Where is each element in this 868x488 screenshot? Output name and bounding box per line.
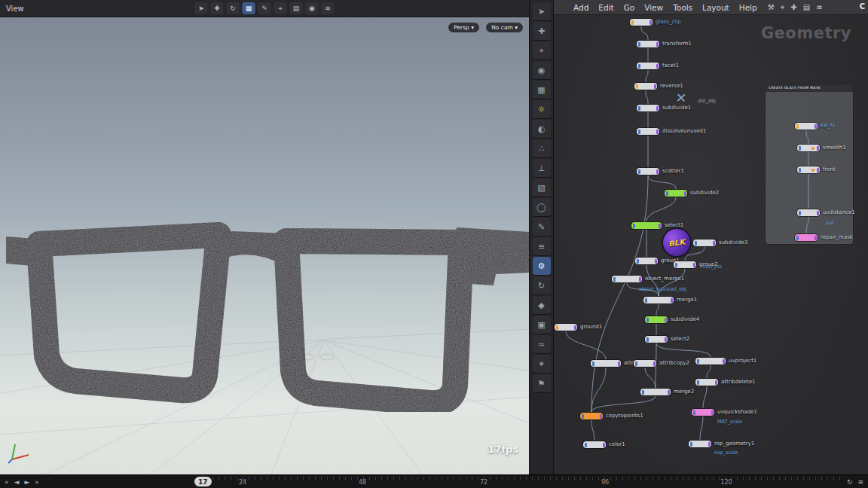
node-label: ground1 (580, 324, 602, 331)
menu-tools[interactable]: Tools (673, 3, 692, 12)
node-attribcopy2[interactable]: attribcopy2 (634, 360, 656, 367)
box-select-icon[interactable]: ▦ (243, 2, 255, 14)
menu-edit[interactable]: Edit (598, 3, 613, 12)
list-menu-icon[interactable]: ≡ (816, 3, 822, 12)
flag-display-icon[interactable]: ⚑ (533, 374, 551, 392)
frame-tick-label: 96 (601, 479, 609, 486)
viewport-side-toolbar: ➤✚⌖◉▦☼◐∴⊥▧◯✎≡⚙↻◆▣≈✶⚑ (529, 0, 554, 474)
star-display-icon[interactable]: ✶ (533, 355, 551, 373)
viewport-pane-label[interactable]: View (0, 5, 24, 13)
network-menubar: AddEditGoViewToolsLayoutHelp ⚒⌖✚▤≡ C (554, 0, 868, 15)
options-list-icon[interactable]: ≡ (533, 237, 551, 255)
node-merge1[interactable]: merge1 (643, 297, 674, 303)
node-smooth1[interactable]: smooth1 (797, 145, 820, 151)
node-transform1[interactable]: transform1 (637, 41, 659, 47)
node-label: merge1 (677, 297, 697, 303)
wrench-icon[interactable]: ⚒ (768, 3, 775, 12)
node-subdivide2[interactable]: subdivide2 (665, 190, 687, 197)
camera-select-dropdown[interactable]: No cam ▾ (486, 23, 523, 32)
node-uvquickshade1[interactable]: uvquickshade1 (692, 409, 714, 416)
points-display-icon[interactable]: ∴ (533, 139, 551, 157)
menu-layout[interactable]: Layout (702, 3, 729, 12)
node-group1[interactable]: group1 (635, 258, 658, 264)
play-icon[interactable]: ► (24, 478, 29, 486)
partial-pane-label: C (860, 2, 865, 11)
node-uvdistance1[interactable]: uvdistance1 (797, 209, 820, 216)
shaded-mode-icon[interactable]: ◐ (533, 120, 551, 138)
reload-icon[interactable]: ↻ (533, 276, 551, 294)
node-repair_mask[interactable]: repair_mask (795, 234, 818, 241)
node-attribdelete1[interactable]: attribdelete1 (695, 379, 718, 386)
snap-target-icon[interactable]: ⌖ (274, 2, 287, 14)
settings-gear-icon[interactable]: ⚙ (533, 257, 551, 275)
node-subdivide4[interactable]: subdivide4 (645, 316, 668, 323)
grid-view-icon[interactable]: ▤ (803, 3, 810, 12)
node-reverse1[interactable]: reverse1 (634, 83, 657, 90)
node-subdivide1[interactable]: subdivide1 (637, 105, 659, 111)
node-object_merge1[interactable]: object_merge1 (612, 276, 642, 282)
node-select2[interactable]: select2 (645, 336, 668, 343)
move-tool-icon[interactable]: ✚ (533, 22, 551, 40)
node-color1[interactable]: color1 (583, 441, 606, 448)
viewport-toolbar: ➤✚↻▦✎⌖▤◉≡ (195, 2, 335, 14)
fast-forward-icon[interactable]: » (35, 478, 39, 486)
node-subdivide3[interactable]: subdivide3 (693, 239, 716, 246)
playbar-menu-icon[interactable]: ≡ (857, 478, 863, 486)
panel-display-icon[interactable]: ▣ (533, 316, 551, 334)
node-copytopoints1[interactable]: copytopoints1 (580, 413, 603, 419)
node-ground1[interactable]: ground1 (555, 324, 577, 331)
frame-tick-label: 24 (239, 479, 246, 486)
node-kb_fx[interactable]: KB_fx (795, 123, 818, 130)
node-front[interactable]: front (797, 166, 820, 173)
node-label: KB_fx (821, 123, 836, 130)
step-back-icon[interactable]: ◄ (14, 478, 20, 486)
visibility-eye-icon[interactable]: ◉ (533, 61, 551, 79)
frame-tick-label: 120 (720, 479, 732, 486)
geometry-box-icon[interactable]: ▧ (533, 178, 551, 197)
menu-view[interactable]: View (644, 3, 663, 12)
keyframe-icon[interactable]: ◆ (533, 296, 551, 314)
grid-snap-icon[interactable]: ▦ (533, 81, 551, 99)
node-select1[interactable]: select1 (631, 222, 662, 229)
network-box[interactable]: CREATE GLASS FROM MASK (766, 84, 853, 244)
edit-pen-icon[interactable]: ✎ (533, 218, 551, 236)
wave-display-icon[interactable]: ≈ (533, 335, 551, 353)
sphere-display-icon[interactable]: ◯ (533, 198, 551, 216)
add-node-icon[interactable]: ✚ (790, 3, 796, 12)
handle-target-icon[interactable]: ⌖ (533, 41, 551, 59)
node-label: transform1 (662, 41, 692, 47)
select-tool-icon[interactable]: ➤ (533, 2, 551, 20)
node-label: select2 (671, 336, 689, 343)
current-frame-indicator[interactable]: 17 (194, 477, 212, 486)
axis-display-icon[interactable]: ⊥ (533, 159, 551, 177)
rewind-icon[interactable]: « (5, 478, 9, 486)
translate-tool-icon[interactable]: ✚ (211, 2, 224, 14)
menu-add[interactable]: Add (573, 3, 588, 12)
node-rop_geometry1[interactable]: rop_geometry1 (689, 441, 711, 447)
display-options-icon[interactable]: ≡ (322, 2, 335, 14)
camera-eye-icon[interactable]: ◉ (306, 2, 319, 14)
camera-persp-dropdown[interactable]: Persp ▾ (448, 23, 479, 32)
menu-help[interactable]: Help (739, 3, 757, 12)
light-icon[interactable]: ☼ (533, 100, 551, 118)
node-attribcopy1[interactable]: attribcopy1 (591, 360, 621, 367)
node-facet1[interactable]: facet1 (637, 63, 659, 69)
select-arrow-icon[interactable]: ➤ (195, 2, 208, 14)
timeline-ruler[interactable] (212, 475, 845, 488)
rotate-tool-icon[interactable]: ↻ (227, 2, 240, 14)
node-label: group2 (699, 261, 718, 268)
bypass-x-marker-icon[interactable]: ✕ (675, 90, 687, 106)
wireframe-icon[interactable]: ▤ (290, 2, 303, 14)
pin-target-icon[interactable]: ⌖ (781, 3, 785, 12)
node-scatter1[interactable]: scatter1 (637, 168, 659, 175)
node-label: color1 (609, 441, 625, 448)
node-merge2[interactable]: merge2 (640, 389, 671, 395)
menu-go[interactable]: Go (624, 3, 635, 12)
loop-icon[interactable]: ↻ (847, 478, 853, 486)
node-dissolve1[interactable]: dissolveunused1 (637, 128, 659, 135)
node-glass_clip[interactable]: glass_clip (630, 19, 653, 26)
viewport-3d[interactable]: Persp ▾ No cam ▾ 17fps (0, 17, 529, 474)
edit-pen-icon[interactable]: ✎ (258, 2, 271, 14)
node-group2[interactable]: group2 (674, 261, 696, 268)
node-uvproject1[interactable]: uvproject1 (695, 358, 726, 364)
